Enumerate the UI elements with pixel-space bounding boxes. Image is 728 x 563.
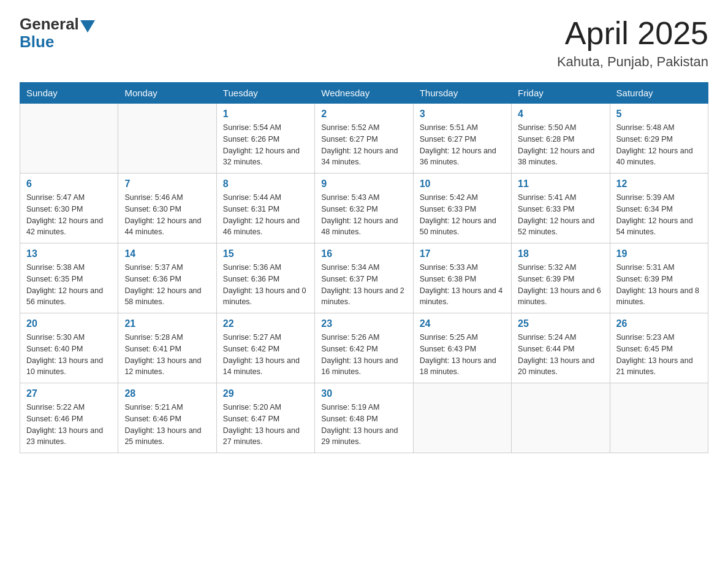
day-info: Sunrise: 5:46 AMSunset: 6:30 PMDaylight:… (124, 192, 210, 238)
calendar-cell (118, 104, 216, 174)
calendar-cell: 24Sunrise: 5:25 AMSunset: 6:43 PMDayligh… (413, 313, 511, 383)
calendar-header-row: SundayMondayTuesdayWednesdayThursdayFrid… (20, 83, 708, 104)
calendar-cell: 16Sunrise: 5:34 AMSunset: 6:37 PMDayligh… (315, 243, 413, 313)
calendar-cell: 10Sunrise: 5:42 AMSunset: 6:33 PMDayligh… (413, 174, 511, 243)
day-number: 10 (420, 178, 505, 190)
day-number: 6 (26, 178, 112, 190)
day-info: Sunrise: 5:24 AMSunset: 6:44 PMDaylight:… (518, 332, 603, 378)
day-number: 3 (420, 109, 505, 120)
calendar-day-header: Tuesday (216, 83, 314, 104)
calendar-week-row: 1Sunrise: 5:54 AMSunset: 6:26 PMDaylight… (20, 104, 708, 174)
calendar-cell: 11Sunrise: 5:41 AMSunset: 6:33 PMDayligh… (512, 174, 610, 243)
calendar-cell: 5Sunrise: 5:48 AMSunset: 6:29 PMDaylight… (610, 104, 708, 174)
day-info: Sunrise: 5:50 AMSunset: 6:28 PMDaylight:… (518, 122, 603, 168)
calendar-cell: 13Sunrise: 5:38 AMSunset: 6:35 PMDayligh… (20, 243, 118, 313)
calendar-cell (413, 383, 511, 453)
day-info: Sunrise: 5:36 AMSunset: 6:36 PMDaylight:… (223, 262, 308, 308)
calendar-day-header: Wednesday (315, 83, 413, 104)
day-info: Sunrise: 5:21 AMSunset: 6:46 PMDaylight:… (124, 402, 210, 448)
calendar-week-row: 13Sunrise: 5:38 AMSunset: 6:35 PMDayligh… (20, 243, 708, 313)
day-number: 21 (124, 318, 210, 329)
calendar-cell: 6Sunrise: 5:47 AMSunset: 6:30 PMDaylight… (20, 174, 118, 243)
day-info: Sunrise: 5:26 AMSunset: 6:42 PMDaylight:… (321, 332, 406, 378)
calendar-cell: 4Sunrise: 5:50 AMSunset: 6:28 PMDaylight… (512, 104, 610, 174)
day-info: Sunrise: 5:31 AMSunset: 6:39 PMDaylight:… (616, 262, 702, 308)
calendar-week-row: 20Sunrise: 5:30 AMSunset: 6:40 PMDayligh… (20, 313, 708, 383)
calendar-cell: 20Sunrise: 5:30 AMSunset: 6:40 PMDayligh… (20, 313, 118, 383)
day-number: 15 (223, 248, 308, 259)
day-number: 25 (518, 318, 603, 329)
day-info: Sunrise: 5:34 AMSunset: 6:37 PMDaylight:… (321, 262, 406, 308)
day-info: Sunrise: 5:43 AMSunset: 6:32 PMDaylight:… (321, 192, 406, 238)
day-info: Sunrise: 5:20 AMSunset: 6:47 PMDaylight:… (223, 402, 308, 448)
day-number: 30 (321, 388, 406, 399)
day-info: Sunrise: 5:23 AMSunset: 6:45 PMDaylight:… (616, 332, 702, 378)
day-info: Sunrise: 5:42 AMSunset: 6:33 PMDaylight:… (420, 192, 505, 238)
day-number: 1 (223, 109, 308, 120)
calendar-cell: 17Sunrise: 5:33 AMSunset: 6:38 PMDayligh… (413, 243, 511, 313)
calendar-cell (20, 104, 118, 174)
day-number: 9 (321, 178, 406, 190)
day-info: Sunrise: 5:19 AMSunset: 6:48 PMDaylight:… (321, 402, 406, 448)
calendar-cell: 2Sunrise: 5:52 AMSunset: 6:27 PMDaylight… (315, 104, 413, 174)
calendar-cell: 30Sunrise: 5:19 AMSunset: 6:48 PMDayligh… (315, 383, 413, 453)
calendar-day-header: Thursday (413, 83, 511, 104)
title-section: April 2025 Kahuta, Punjab, Pakistan (557, 15, 708, 70)
day-number: 2 (321, 109, 406, 120)
calendar-cell: 3Sunrise: 5:51 AMSunset: 6:27 PMDaylight… (413, 104, 511, 174)
day-number: 7 (124, 178, 210, 190)
day-number: 14 (124, 248, 210, 259)
day-info: Sunrise: 5:52 AMSunset: 6:27 PMDaylight:… (321, 122, 406, 168)
month-title: April 2025 (557, 15, 708, 52)
day-number: 29 (223, 388, 308, 399)
calendar-cell: 21Sunrise: 5:28 AMSunset: 6:41 PMDayligh… (118, 313, 216, 383)
calendar-cell: 29Sunrise: 5:20 AMSunset: 6:47 PMDayligh… (216, 383, 314, 453)
calendar-cell: 12Sunrise: 5:39 AMSunset: 6:34 PMDayligh… (610, 174, 708, 243)
day-info: Sunrise: 5:39 AMSunset: 6:34 PMDaylight:… (616, 192, 702, 238)
day-info: Sunrise: 5:30 AMSunset: 6:40 PMDaylight:… (26, 332, 112, 378)
day-info: Sunrise: 5:44 AMSunset: 6:31 PMDaylight:… (223, 192, 308, 238)
location-text: Kahuta, Punjab, Pakistan (557, 54, 708, 70)
logo-general-text: General (20, 15, 79, 34)
day-number: 13 (26, 248, 112, 259)
calendar-cell: 25Sunrise: 5:24 AMSunset: 6:44 PMDayligh… (512, 313, 610, 383)
day-number: 12 (616, 178, 702, 190)
calendar-cell: 18Sunrise: 5:32 AMSunset: 6:39 PMDayligh… (512, 243, 610, 313)
day-info: Sunrise: 5:47 AMSunset: 6:30 PMDaylight:… (26, 192, 112, 238)
day-info: Sunrise: 5:28 AMSunset: 6:41 PMDaylight:… (124, 332, 210, 378)
logo: General Blue (20, 15, 95, 52)
day-info: Sunrise: 5:51 AMSunset: 6:27 PMDaylight:… (420, 122, 505, 168)
day-info: Sunrise: 5:38 AMSunset: 6:35 PMDaylight:… (26, 262, 112, 308)
calendar-cell (512, 383, 610, 453)
calendar-cell: 9Sunrise: 5:43 AMSunset: 6:32 PMDaylight… (315, 174, 413, 243)
day-info: Sunrise: 5:37 AMSunset: 6:36 PMDaylight:… (124, 262, 210, 308)
day-info: Sunrise: 5:25 AMSunset: 6:43 PMDaylight:… (420, 332, 505, 378)
day-number: 24 (420, 318, 505, 329)
day-number: 26 (616, 318, 702, 329)
calendar-day-header: Friday (512, 83, 610, 104)
day-info: Sunrise: 5:48 AMSunset: 6:29 PMDaylight:… (616, 122, 702, 168)
calendar-week-row: 6Sunrise: 5:47 AMSunset: 6:30 PMDaylight… (20, 174, 708, 243)
day-info: Sunrise: 5:32 AMSunset: 6:39 PMDaylight:… (518, 262, 603, 308)
calendar-cell: 23Sunrise: 5:26 AMSunset: 6:42 PMDayligh… (315, 313, 413, 383)
day-number: 27 (26, 388, 112, 399)
day-number: 8 (223, 178, 308, 190)
calendar-cell: 28Sunrise: 5:21 AMSunset: 6:46 PMDayligh… (118, 383, 216, 453)
day-number: 22 (223, 318, 308, 329)
calendar-cell (610, 383, 708, 453)
calendar-cell: 15Sunrise: 5:36 AMSunset: 6:36 PMDayligh… (216, 243, 314, 313)
logo-triangle-icon (80, 20, 95, 33)
calendar-week-row: 27Sunrise: 5:22 AMSunset: 6:46 PMDayligh… (20, 383, 708, 453)
day-number: 28 (124, 388, 210, 399)
day-info: Sunrise: 5:41 AMSunset: 6:33 PMDaylight:… (518, 192, 603, 238)
day-info: Sunrise: 5:33 AMSunset: 6:38 PMDaylight:… (420, 262, 505, 308)
day-info: Sunrise: 5:27 AMSunset: 6:42 PMDaylight:… (223, 332, 308, 378)
day-info: Sunrise: 5:22 AMSunset: 6:46 PMDaylight:… (26, 402, 112, 448)
calendar-cell: 19Sunrise: 5:31 AMSunset: 6:39 PMDayligh… (610, 243, 708, 313)
calendar-day-header: Sunday (20, 83, 118, 104)
day-number: 18 (518, 248, 603, 259)
logo-blue-text: Blue (20, 33, 54, 52)
calendar-cell: 27Sunrise: 5:22 AMSunset: 6:46 PMDayligh… (20, 383, 118, 453)
calendar-day-header: Saturday (610, 83, 708, 104)
calendar-cell: 8Sunrise: 5:44 AMSunset: 6:31 PMDaylight… (216, 174, 314, 243)
